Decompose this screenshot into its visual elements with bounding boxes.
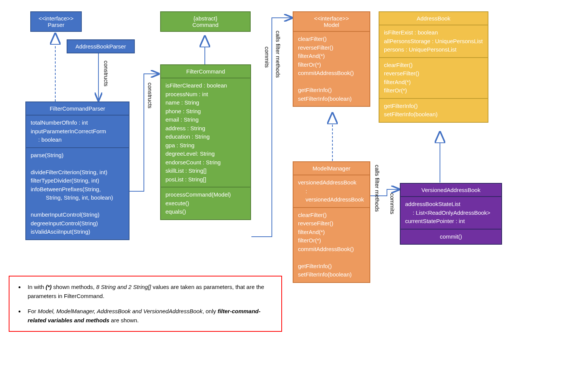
class-addressbook: AddressBook isFilterExist : boolean allP… — [379, 11, 488, 123]
op-line: setFilterInfo(boolean) — [384, 110, 483, 119]
attr-line: email : String — [165, 116, 246, 124]
label-commits-2: commits — [389, 193, 396, 214]
op-line: String, String, int, boolean) — [31, 194, 124, 202]
attr-line: currentStatePointer : int — [405, 217, 497, 226]
parser-stereotype: <<interface>> — [33, 15, 80, 22]
op-line: filterOr(*) — [384, 86, 483, 95]
note-box: In with (*) shown methods, 8 String and … — [9, 276, 282, 332]
attr-line: inputParameterInCorrectForm — [31, 127, 124, 136]
label-constructs-1: constructs — [103, 61, 109, 86]
op-line: equals() — [165, 208, 246, 216]
addressbookparser-name: AddressBookParser — [67, 40, 134, 53]
op-line: commitAddressBook() — [298, 245, 365, 254]
op-line: isValidAsciiInput(String) — [31, 228, 124, 236]
class-command: {abstract} Command — [160, 11, 251, 32]
attr-line: totalNumberOfInfo : int — [31, 119, 124, 127]
op-line: clearFilter() — [384, 61, 483, 70]
op-line: numberInputControl(String) — [31, 211, 124, 219]
class-filtercommand: FilterCommand isFilterCleared : boolean … — [160, 64, 251, 220]
attr-line: isFilterCleared : boolean — [165, 81, 246, 90]
class-addressbookparser: AddressBookParser — [67, 39, 135, 53]
label-callsfilter-2: calls filter methods — [374, 165, 381, 212]
label-constructs-2: constructs — [147, 83, 153, 108]
op-line: divideFilterCriterion(String, int) — [31, 168, 124, 177]
attr-line: skillList : String[] — [165, 167, 246, 175]
op-line: filterAnd(*) — [298, 52, 365, 61]
op-line: parse(String) — [31, 151, 124, 160]
attr-line: gpa : String — [165, 141, 246, 150]
attr-line: allPersonsStorage : UniquePersonsList — [384, 37, 483, 46]
attr-line: : List<ReadOnlyAddressBook> — [405, 209, 497, 217]
op-line: getFilterInfo() — [298, 86, 365, 95]
note-line-1: In with (*) shown methods, 8 String and … — [25, 283, 274, 301]
attr-line: processNum : int — [165, 90, 246, 99]
op-line: filterAnd(*) — [298, 228, 365, 237]
filtercommand-name: FilterCommand — [161, 65, 250, 78]
op-line: degreeInputControl(String) — [31, 219, 124, 228]
attr-line: : boolean — [31, 136, 124, 144]
op-line: filterOr(*) — [298, 236, 365, 245]
op-line: clearFilter() — [298, 211, 365, 220]
op-line: reverseFilter() — [298, 219, 365, 228]
command-name: Command — [162, 22, 248, 28]
parser-name: Parser — [33, 22, 80, 28]
attr-line: address : String — [165, 124, 246, 133]
modelmanager-name: ModelManager — [293, 162, 370, 175]
op-line: reverseFilter() — [384, 69, 483, 78]
attr-line: addressBookStateList — [405, 200, 497, 209]
op-line: processCommand(Model) — [165, 190, 246, 199]
op-line: execute() — [165, 199, 246, 208]
model-name: Model — [295, 22, 368, 28]
class-model: <<interface>> Model clearFilter() revers… — [293, 11, 370, 107]
attr-line: isFilterExist : boolean — [384, 28, 483, 37]
attr-line: name : String — [165, 98, 246, 107]
op-line: infoBetweenPrefixes(String, — [31, 185, 124, 194]
versionedaddressbook-name: VersionedAddressBook — [401, 184, 501, 197]
op-line: commitAddressBook() — [298, 69, 365, 78]
filtercommandparser-name: FilterCommandParser — [26, 102, 129, 116]
note-line-2: For Model, ModelManager, AddressBook and… — [25, 307, 274, 325]
class-filtercommandparser: FilterCommandParser totalNumberOfInfo : … — [25, 101, 129, 240]
attr-line: degreeLevel: String — [165, 150, 246, 158]
attr-line: : versionedAddressBook — [298, 187, 365, 204]
op-line: filterOr(*) — [298, 61, 365, 69]
op-line: getFilterInfo() — [384, 102, 483, 111]
addressbook-name: AddressBook — [379, 12, 488, 25]
attr-line: versionedAddressBook — [298, 178, 365, 187]
op-line: setFilterInfo(boolean) — [298, 95, 365, 103]
attr-line: persons : UniquePersonsList — [384, 45, 483, 54]
attr-line: posList : String[] — [165, 175, 246, 184]
attr-line: phone : String — [165, 107, 246, 116]
class-parser: <<interface>> Parser — [30, 11, 82, 32]
class-versionedaddressbook: VersionedAddressBook addressBookStateLis… — [400, 183, 502, 245]
op-line: commit() — [405, 233, 497, 241]
op-line: filterAnd(*) — [384, 78, 483, 87]
class-modelmanager: ModelManager versionedAddressBook : vers… — [293, 161, 370, 283]
label-commits-1: commits — [264, 47, 270, 68]
op-line: reverseFilter() — [298, 44, 365, 52]
op-line: clearFilter() — [298, 35, 365, 44]
model-stereotype: <<interface>> — [295, 15, 368, 22]
op-line: getFilterInfo() — [298, 262, 365, 271]
op-line: setFilterInfo(boolean) — [298, 270, 365, 279]
label-callsfilter-1: calls filter methods — [275, 31, 281, 78]
attr-line: endorseCount : String — [165, 158, 246, 167]
op-line: filterTypeDivider(String, int) — [31, 176, 124, 185]
command-stereotype: {abstract} — [162, 15, 248, 22]
attr-line: education : String — [165, 133, 246, 141]
